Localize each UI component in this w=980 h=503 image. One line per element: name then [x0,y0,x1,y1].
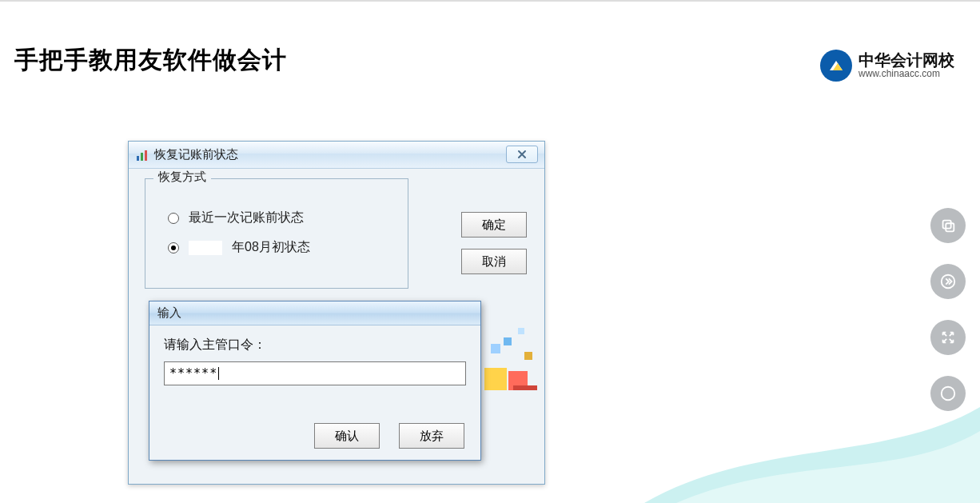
svg-point-13 [942,387,955,401]
option-month-row[interactable]: 年08月初状态 [168,239,392,256]
radio-month[interactable] [168,242,179,253]
restore-mode-group: 恢复方式 最近一次记账前状态 年08月初状态 [145,178,408,289]
cancel-button[interactable]: 取消 [461,249,527,274]
app-icon [135,148,149,162]
collapse-icon[interactable] [930,320,966,355]
restore-dialog-titlebar[interactable]: 恢复记账前状态 [129,142,544,169]
option-recent-label: 最近一次记账前状态 [189,210,304,226]
copy-icon[interactable] [930,208,966,243]
password-prompt: 请输入主管口令： [164,337,466,353]
page-title: 手把手教用友软件做会计 [14,44,287,77]
password-value: ****** [169,366,217,381]
record-icon[interactable] [930,376,966,411]
password-dialog-title: 输入 [157,305,181,321]
svg-rect-0 [137,156,139,161]
top-divider [0,0,980,2]
password-dialog: 输入 请输入主管口令： ****** 确认 放弃 [149,301,481,461]
brand: 中华会计网校 www.chinaacc.com [820,50,954,82]
svg-rect-11 [946,223,954,231]
restore-mode-legend: 恢复方式 [153,170,211,185]
close-button[interactable] [506,146,538,163]
brand-logo-icon [820,50,852,82]
ok-button[interactable]: 确定 [461,212,527,238]
svg-rect-1 [141,153,143,161]
password-dialog-titlebar[interactable]: 输入 [149,301,480,325]
text-caret [218,367,219,380]
abandon-button[interactable]: 放弃 [399,423,464,449]
brand-url: www.chinaacc.com [858,69,954,79]
year-blank [189,241,222,255]
radio-recent[interactable] [168,213,179,224]
fast-forward-icon[interactable] [930,264,966,299]
svg-rect-2 [145,150,147,161]
brand-name: 中华会计网校 [858,51,954,69]
svg-rect-10 [943,221,951,229]
confirm-button[interactable]: 确认 [314,423,380,449]
restore-dialog-title: 恢复记账前状态 [154,147,238,162]
option-month-label: 年08月初状态 [232,239,310,256]
side-toolbar [930,208,966,411]
password-input[interactable]: ****** [164,361,466,385]
background-swoosh [644,407,980,503]
option-recent-row[interactable]: 最近一次记账前状态 [168,210,392,226]
